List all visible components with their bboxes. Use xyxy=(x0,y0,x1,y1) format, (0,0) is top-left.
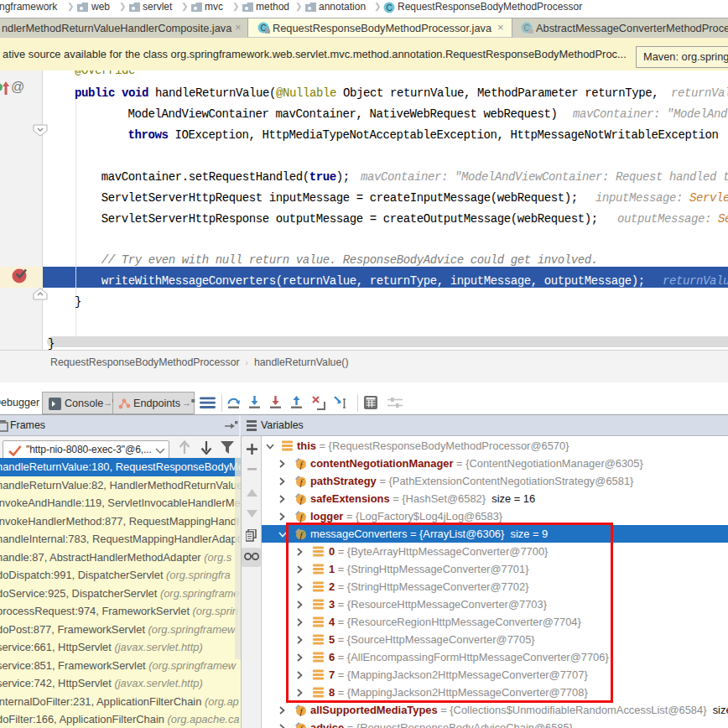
svg-text:C: C xyxy=(386,3,392,13)
